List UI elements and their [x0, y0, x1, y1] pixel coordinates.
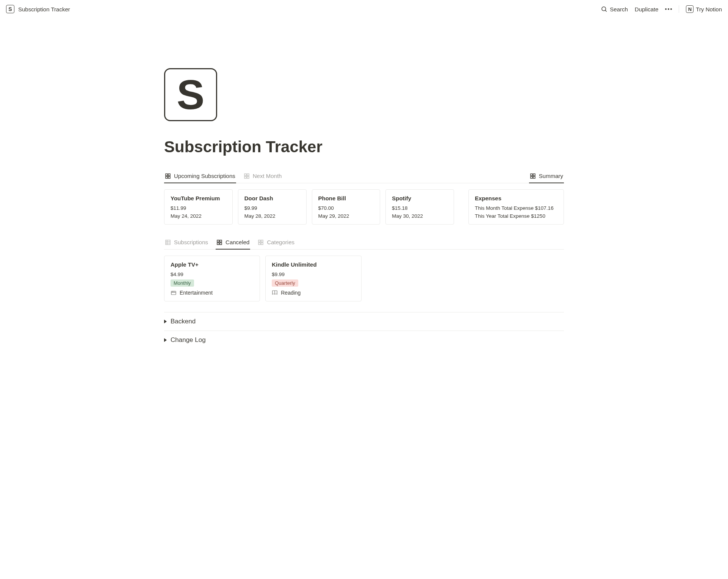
- search-button[interactable]: Search: [601, 6, 628, 12]
- svg-rect-25: [261, 243, 263, 245]
- upcoming-gallery: YouTube Premium $11.99 May 24, 2022 Door…: [164, 189, 454, 225]
- card-title: Phone Bill: [318, 195, 374, 201]
- card-title: Spotify: [392, 195, 448, 201]
- breadcrumb-title[interactable]: Subscription Tracker: [18, 6, 70, 12]
- svg-rect-24: [258, 243, 260, 245]
- gallery-icon: [165, 173, 171, 179]
- try-notion-button[interactable]: N Try Notion: [686, 5, 722, 13]
- upcoming-tabs-row: Upcoming Subscriptions Next Month Summar…: [164, 170, 564, 183]
- summary-card[interactable]: Expenses This Month Total Expense $107.1…: [468, 189, 564, 225]
- tab-label: Upcoming Subscriptions: [174, 173, 235, 179]
- dot-icon: [670, 8, 672, 10]
- category-row: Entertainment: [171, 290, 254, 296]
- tab-summary[interactable]: Summary: [529, 170, 564, 183]
- dot-icon: [665, 8, 667, 10]
- gallery-icon: [530, 173, 536, 179]
- content: S Subscription Tracker Upcoming Subscrip…: [164, 68, 564, 372]
- card-title: Door Dash: [244, 195, 300, 201]
- notion-logo-icon: N: [686, 5, 694, 13]
- table-icon: [165, 239, 171, 245]
- card-price: $9.99: [272, 272, 355, 277]
- dot-icon: [668, 8, 669, 10]
- page-icon-large[interactable]: S: [164, 68, 217, 121]
- page-icon-letter: S: [8, 6, 12, 12]
- cycle-badge: Monthly: [171, 279, 194, 287]
- svg-rect-22: [258, 240, 260, 242]
- topbar: S Subscription Tracker Search Duplicate …: [0, 0, 728, 18]
- gallery-icon: [244, 173, 250, 179]
- svg-point-0: [602, 7, 606, 11]
- search-label: Search: [610, 6, 628, 12]
- toggle-backend[interactable]: Backend: [164, 312, 564, 331]
- tab-canceled[interactable]: Canceled: [216, 236, 250, 249]
- svg-rect-14: [166, 240, 170, 245]
- subscription-card[interactable]: Door Dash $9.99 May 28, 2022: [238, 189, 307, 225]
- category-label: Reading: [281, 290, 301, 296]
- canceled-card[interactable]: Apple TV+ $4.99 Monthly Entertainment: [164, 256, 260, 301]
- page-icon-small[interactable]: S: [6, 5, 14, 13]
- second-tabs-row: Subscriptions Canceled Categories: [164, 236, 564, 250]
- card-title: Kindle Unlimited: [272, 261, 355, 268]
- tab-label: Categories: [267, 239, 294, 245]
- svg-rect-6: [244, 174, 246, 176]
- category-label: Entertainment: [180, 290, 213, 296]
- svg-rect-8: [244, 176, 246, 178]
- canceled-card[interactable]: Kindle Unlimited $9.99 Quarterly Reading: [265, 256, 361, 301]
- subscription-card[interactable]: Phone Bill $70.00 May 29, 2022: [312, 189, 380, 225]
- card-price: $4.99: [171, 272, 254, 277]
- gallery-row-top: YouTube Premium $11.99 May 24, 2022 Door…: [164, 189, 564, 225]
- divider: [679, 5, 679, 13]
- svg-rect-3: [168, 174, 170, 176]
- subscription-card[interactable]: YouTube Premium $11.99 May 24, 2022: [164, 189, 233, 225]
- tab-next-month[interactable]: Next Month: [243, 170, 283, 183]
- svg-rect-10: [531, 174, 532, 176]
- summary-gallery: Expenses This Month Total Expense $107.1…: [468, 189, 564, 225]
- svg-rect-9: [247, 176, 249, 178]
- subscription-card[interactable]: Spotify $15.18 May 30, 2022: [385, 189, 454, 225]
- gallery-icon: [258, 239, 264, 245]
- summary-tabs: Summary: [529, 170, 564, 183]
- svg-rect-11: [533, 174, 535, 176]
- duplicate-button[interactable]: Duplicate: [635, 6, 659, 12]
- topbar-right: Search Duplicate N Try Notion: [601, 5, 722, 13]
- card-price: $70.00: [318, 205, 374, 211]
- svg-rect-20: [217, 243, 219, 245]
- card-title: YouTube Premium: [171, 195, 226, 201]
- category-row: Reading: [272, 290, 355, 296]
- tab-label: Subscriptions: [174, 239, 208, 245]
- card-title: Apple TV+: [171, 261, 254, 268]
- reading-icon: [272, 290, 278, 296]
- card-date: May 30, 2022: [392, 213, 448, 219]
- gallery-icon: [216, 239, 222, 245]
- cycle-badge: Quarterly: [272, 279, 298, 287]
- tab-subscriptions[interactable]: Subscriptions: [164, 236, 209, 249]
- entertainment-icon: [171, 290, 177, 296]
- tab-label: Canceled: [225, 239, 249, 245]
- page-title: Subscription Tracker: [164, 138, 564, 156]
- svg-rect-21: [220, 243, 222, 245]
- card-price: $11.99: [171, 205, 226, 211]
- svg-rect-13: [533, 176, 535, 178]
- svg-rect-23: [261, 240, 263, 242]
- summary-year: This Year Total Expense $1250: [475, 213, 557, 219]
- card-title: Expenses: [475, 195, 557, 201]
- notion-letter: N: [688, 6, 692, 12]
- search-icon: [601, 6, 607, 12]
- topbar-left: S Subscription Tracker: [6, 5, 70, 13]
- tab-upcoming-subscriptions[interactable]: Upcoming Subscriptions: [164, 170, 236, 183]
- duplicate-label: Duplicate: [635, 6, 659, 12]
- summary-month: This Month Total Expense $107.16: [475, 205, 557, 211]
- svg-rect-12: [531, 176, 532, 178]
- triangle-right-icon: [164, 338, 167, 342]
- card-price: $15.18: [392, 205, 448, 211]
- toggle-changelog[interactable]: Change Log: [164, 331, 564, 349]
- svg-rect-7: [247, 174, 249, 176]
- more-menu-button[interactable]: [665, 8, 672, 10]
- try-notion-label: Try Notion: [696, 6, 722, 12]
- svg-rect-19: [220, 240, 222, 242]
- toggle-label: Backend: [171, 318, 196, 325]
- svg-rect-18: [217, 240, 219, 242]
- svg-rect-26: [171, 291, 176, 295]
- tab-categories[interactable]: Categories: [257, 236, 295, 249]
- card-price: $9.99: [244, 205, 300, 211]
